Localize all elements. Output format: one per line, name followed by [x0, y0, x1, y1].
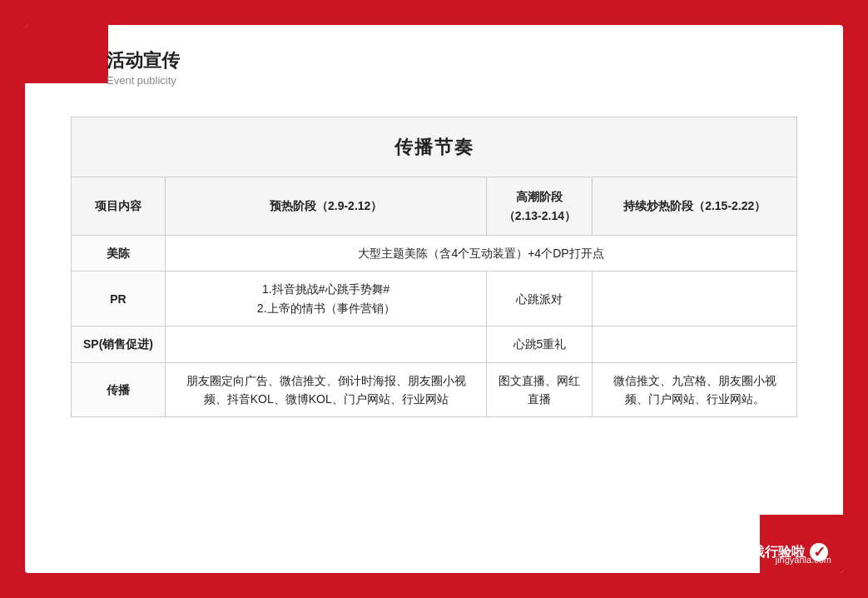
row-label-pr: PR: [72, 272, 166, 326]
domain-text: jingyanla.com: [776, 555, 831, 565]
main-card: 活动宣传 Event publicity 传播节奏 项目内容 预热阶段（2.9-…: [25, 25, 843, 573]
table-row: PR 1.抖音挑战#心跳手势舞#2.上帝的情书（事件营销） 心跳派对: [72, 272, 797, 326]
table-wrapper: 传播节奏 项目内容 预热阶段（2.9-2.12） 高潮阶段（2.13-2.14）…: [71, 117, 797, 523]
col1-header: 预热阶段（2.9-2.12）: [166, 177, 487, 236]
heart-icon: [58, 50, 95, 87]
table-title-row: 传播节奏: [72, 117, 797, 177]
chuanbo-col1: 朋友圈定向广告、微信推文、倒计时海报、朋友圈小视频、抖音KOL、微博KOL、门户…: [166, 362, 487, 417]
chuanbo-col3: 微信推文、九宫格、朋友圈小视频、门户网站、行业网站。: [593, 362, 797, 417]
meichen-data: 大型主题美陈（含4个互动装置）+4个DP打开点: [166, 235, 797, 271]
header-text: 活动宣传 Event publicity: [107, 50, 180, 86]
header: 活动宣传 Event publicity: [58, 50, 180, 87]
table-row: 传播 朋友圈定向广告、微信推文、倒计时海报、朋友圈小视频、抖音KOL、微博KOL…: [72, 362, 797, 417]
table-row: 美陈 大型主题美陈（含4个互动装置）+4个DP打开点: [72, 235, 797, 271]
col-label-header: 项目内容: [72, 177, 166, 236]
sp-col2: 心跳5重礼: [487, 326, 593, 362]
chuanbo-col2: 图文直播、网红直播: [487, 362, 593, 417]
header-subtitle: Event publicity: [107, 74, 180, 87]
sp-col3: [593, 326, 797, 362]
pr-col3: [593, 272, 797, 326]
spread-table: 传播节奏 项目内容 预热阶段（2.9-2.12） 高潮阶段（2.13-2.14）…: [71, 117, 797, 417]
header-title: 活动宣传: [107, 50, 180, 72]
domain-watermark: jingyanla.com: [776, 551, 831, 566]
row-label-chuanbo: 传播: [72, 362, 166, 417]
pr-col2: 心跳派对: [487, 272, 593, 326]
col2-header: 高潮阶段（2.13-2.14）: [487, 177, 593, 236]
table-row: SP(销售促进) 心跳5重礼: [72, 326, 797, 362]
table-title: 传播节奏: [72, 117, 797, 177]
row-label-meichen: 美陈: [72, 235, 166, 271]
row-label-sp: SP(销售促进): [72, 326, 166, 362]
table-header-row: 项目内容 预热阶段（2.9-2.12） 高潮阶段（2.13-2.14） 持续炒热…: [72, 177, 797, 236]
sp-col1: [166, 326, 487, 362]
pr-col1: 1.抖音挑战#心跳手势舞#2.上帝的情书（事件营销）: [166, 272, 487, 326]
col3-header: 持续炒热阶段（2.15-2.22）: [593, 177, 797, 236]
